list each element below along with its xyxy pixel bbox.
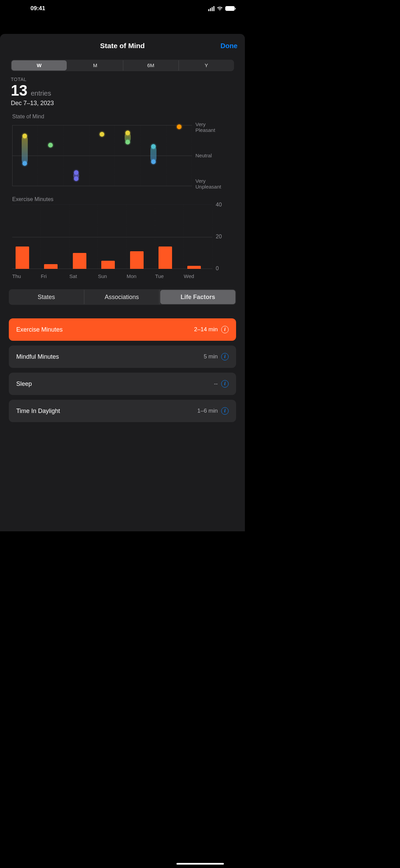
life-factors-list: Exercise Minutes2–14 miniMindful Minutes… bbox=[0, 312, 245, 422]
exercise-chart-label: Exercise Minutes bbox=[12, 196, 245, 202]
life-factor-value: -- bbox=[214, 380, 218, 387]
mood-chart[interactable]: Very Pleasant Neutral Very Unpleasant bbox=[12, 122, 233, 190]
ex-axis-0: 0 bbox=[216, 265, 233, 272]
x-axis-label: Fri bbox=[41, 273, 69, 279]
summary: TOTAL 13 entries Dec 7–13, 2023 bbox=[0, 75, 245, 107]
life-factor-value: 5 min bbox=[204, 353, 218, 360]
x-axis-label: Sat bbox=[69, 273, 98, 279]
exercise-chart[interactable]: 40 20 0 ThuFriSatSunMonTueWed bbox=[12, 204, 233, 279]
info-icon[interactable]: i bbox=[221, 326, 229, 333]
status-time: 09:41 bbox=[10, 5, 45, 12]
life-factor-value: 1–6 min bbox=[197, 408, 218, 414]
mood-axis-top: Very Pleasant bbox=[195, 122, 233, 133]
mood-axis-bot: Very Unpleasant bbox=[195, 178, 233, 190]
timeframe-year[interactable]: Y bbox=[179, 60, 234, 71]
mood-axis-mid: Neutral bbox=[195, 153, 233, 159]
total-unit: entries bbox=[31, 90, 51, 97]
life-factor-row[interactable]: Mindful Minutes5 mini bbox=[9, 346, 236, 368]
wifi-icon bbox=[217, 6, 223, 11]
info-icon[interactable]: i bbox=[221, 407, 229, 415]
x-axis-label: Tue bbox=[155, 273, 184, 279]
life-factor-row[interactable]: Exercise Minutes2–14 mini bbox=[9, 318, 236, 341]
date-range: Dec 7–13, 2023 bbox=[11, 100, 234, 107]
life-factor-name: Mindful Minutes bbox=[16, 353, 59, 360]
x-axis-label: Wed bbox=[184, 273, 212, 279]
ex-axis-40: 40 bbox=[216, 202, 233, 208]
life-factor-name: Exercise Minutes bbox=[16, 326, 63, 333]
life-factor-name: Time In Daylight bbox=[16, 408, 60, 415]
x-axis-label: Sun bbox=[98, 273, 126, 279]
info-icon[interactable]: i bbox=[221, 380, 229, 388]
total-count: 13 bbox=[11, 82, 27, 99]
done-button[interactable]: Done bbox=[220, 42, 237, 50]
mood-chart-label: State of Mind bbox=[12, 114, 245, 120]
timeframe-segmented-control[interactable]: W M 6M Y bbox=[11, 60, 234, 71]
timeframe-6month[interactable]: 6M bbox=[123, 60, 179, 71]
page-title: State of Mind bbox=[100, 42, 145, 50]
total-label: TOTAL bbox=[11, 77, 234, 82]
life-factor-row[interactable]: Sleep--i bbox=[9, 373, 236, 395]
ex-axis-20: 20 bbox=[216, 234, 233, 240]
x-axis-label: Thu bbox=[12, 273, 41, 279]
life-factor-row[interactable]: Time In Daylight1–6 mini bbox=[9, 400, 236, 422]
tab-associations[interactable]: Associations bbox=[84, 290, 160, 304]
x-axis-label: Mon bbox=[127, 273, 155, 279]
life-factor-value: 2–14 min bbox=[194, 326, 218, 333]
status-bar: 09:41 bbox=[0, 0, 245, 17]
sheet: State of Mind Done W M 6M Y TOTAL 13 ent… bbox=[0, 34, 245, 531]
battery-icon bbox=[225, 6, 235, 11]
timeframe-month[interactable]: M bbox=[67, 60, 123, 71]
life-factor-name: Sleep bbox=[16, 380, 32, 388]
view-segmented-control[interactable]: States Associations Life Factors bbox=[9, 289, 236, 305]
sheet-header: State of Mind Done bbox=[0, 37, 245, 54]
info-icon[interactable]: i bbox=[221, 353, 229, 360]
tab-life-factors[interactable]: Life Factors bbox=[160, 290, 235, 304]
cellular-icon bbox=[208, 6, 214, 11]
tab-states[interactable]: States bbox=[9, 290, 84, 304]
timeframe-week[interactable]: W bbox=[12, 60, 67, 71]
status-icons bbox=[208, 6, 235, 11]
